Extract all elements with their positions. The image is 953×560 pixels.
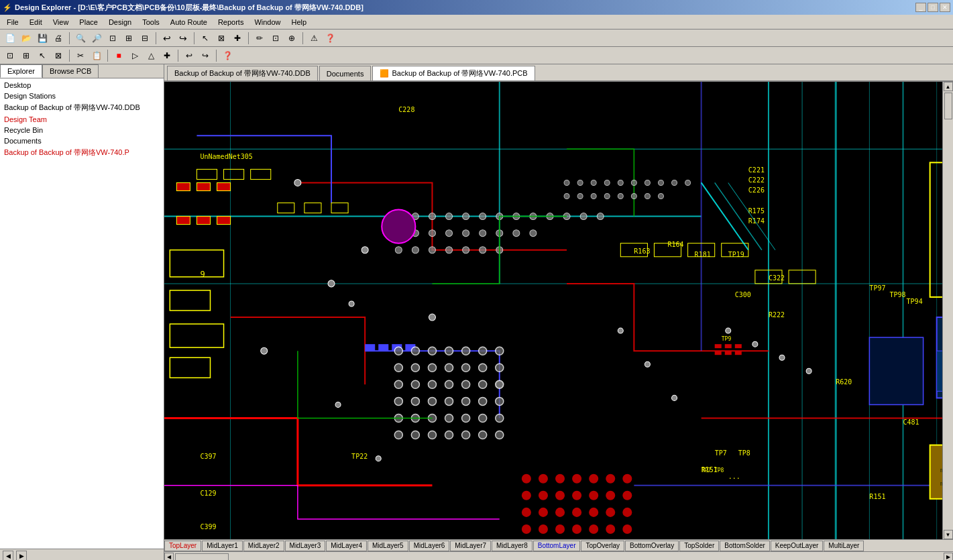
svg-text:TP9: TP9	[722, 336, 732, 342]
hscroll-thumb[interactable]	[175, 553, 229, 561]
select-button[interactable]: ↖	[198, 31, 213, 46]
layer-tab-midlayer8[interactable]: MidLayer8	[492, 541, 532, 551]
svg-point-47	[479, 347, 487, 355]
print-button[interactable]: 🖨	[51, 31, 66, 46]
menu-window[interactable]: Window	[249, 17, 286, 27]
menu-design[interactable]: Design	[103, 17, 137, 27]
sidebar-item-design-stations[interactable]: Design Stations	[1, 91, 162, 101]
tb2-btn3[interactable]: ↖	[35, 48, 50, 63]
menu-tools[interactable]: Tools	[137, 17, 165, 27]
layer-tab-midlayer2[interactable]: MidLayer2	[243, 541, 284, 551]
vertical-scrollbar[interactable]: ▲ ▼	[942, 82, 953, 539]
help-button[interactable]: ❓	[323, 31, 337, 46]
svg-point-194	[349, 301, 354, 306]
maximize-button[interactable]: □	[928, 3, 938, 12]
pcb-tab-ddb[interactable]: Backup of Backup of 带网络VW-740.DDB	[167, 66, 318, 80]
tb2-btn10[interactable]: ✚	[160, 48, 174, 63]
tab-explorer[interactable]: Explorer	[0, 64, 42, 78]
tb2-btn9[interactable]: △	[144, 48, 158, 63]
minimize-button[interactable]: _	[915, 3, 926, 12]
pcb-tab-pcb[interactable]: 🟧 Backup of Backup of 带网络VW-740.PCB	[372, 66, 535, 80]
scroll-down-button[interactable]: ▼	[944, 530, 953, 539]
menu-edit[interactable]: Edit	[24, 17, 48, 27]
zoom-fit-button[interactable]: ⊡	[105, 31, 120, 46]
sidebar-prev-button[interactable]: ◀	[3, 551, 13, 561]
sidebar-item-documents[interactable]: Documents	[1, 135, 162, 146]
open-button[interactable]: 📂	[19, 31, 34, 46]
tb2-btn1[interactable]: ⊡	[3, 48, 17, 63]
sidebar-next-button[interactable]: ▶	[16, 551, 27, 561]
tb2-btn2[interactable]: ⊞	[19, 48, 34, 63]
layer-tab-toplayer[interactable]: TopLayer	[164, 541, 201, 551]
layer-tab-bottomlayer[interactable]: BottomLayer	[533, 541, 581, 551]
menu-view[interactable]: View	[48, 17, 74, 27]
save-button[interactable]: 💾	[35, 31, 50, 46]
svg-point-61	[479, 380, 487, 388]
tb2-btn7[interactable]: ■	[111, 48, 126, 63]
layer-tab-midlayer7[interactable]: MidLayer7	[450, 541, 491, 551]
tb2-btn6[interactable]: 📋	[89, 48, 104, 63]
menu-reports[interactable]: Reports	[213, 17, 249, 27]
tb2-btn8[interactable]: ▷	[127, 48, 142, 63]
layer-tab-bottomoverlay[interactable]: BottomOverlay	[625, 541, 679, 551]
interactive-router[interactable]: ✏	[252, 31, 267, 46]
route-button[interactable]: ⊡	[268, 31, 283, 46]
scroll-right-button[interactable]: ▶	[944, 553, 953, 561]
tb2-redo[interactable]: ↪	[198, 48, 213, 63]
svg-text:TP97: TP97	[869, 284, 885, 292]
svg-text:TP22: TP22	[351, 453, 368, 460]
svg-point-134	[395, 247, 402, 254]
move-button[interactable]: ✚	[230, 31, 245, 46]
tab-browse-pcb[interactable]: Browse PCB	[42, 64, 99, 78]
svg-point-43	[411, 347, 419, 355]
layer-tab-keepout[interactable]: KeepOutLayer	[771, 541, 824, 551]
layer-tab-midlayer1[interactable]: MidLayer1	[202, 541, 243, 551]
layer-tab-bottomsolder[interactable]: BottomSolder	[720, 541, 770, 551]
sidebar-item-backup-pcb[interactable]: Backup of Backup of 带网络VW-740.P	[1, 146, 162, 159]
sidebar-item-design-team[interactable]: Design Team	[1, 114, 162, 125]
zoom-area-button[interactable]: ⊞	[121, 31, 136, 46]
pad-button[interactable]: ⊕	[284, 31, 299, 46]
layer-tab-midlayer4[interactable]: MidLayer4	[326, 541, 367, 551]
pcb-canvas[interactable]: UnNamedNet305 C228 C221 C222 C226 R175 R…	[164, 82, 942, 539]
layer-tab-topoverlay[interactable]: TopOverlay	[581, 541, 624, 551]
svg-point-220	[604, 193, 610, 199]
zoom-select-button[interactable]: ⊟	[137, 31, 152, 46]
deselect-button[interactable]: ⊠	[214, 31, 229, 46]
titlebar-controls[interactable]: _ □ ✕	[915, 3, 950, 12]
sidebar-item-backup-ddb[interactable]: Backup of Backup of 带网络VW-740.DDB	[1, 101, 162, 114]
svg-point-202	[779, 355, 785, 360]
layer-tab-midlayer6[interactable]: MidLayer6	[409, 541, 450, 551]
svg-point-214	[658, 180, 663, 185]
layer-tab-multilayer[interactable]: MultiLayer	[824, 541, 864, 551]
layer-tab-topsolder[interactable]: TopSolder	[679, 541, 719, 551]
sidebar-item-desktop[interactable]: Desktop	[1, 80, 162, 91]
svg-point-68	[479, 397, 487, 405]
svg-point-73	[445, 414, 453, 422]
close-button[interactable]: ✕	[940, 3, 950, 12]
tb2-btn4[interactable]: ⊠	[51, 48, 66, 63]
layer-tab-midlayer5[interactable]: MidLayer5	[368, 541, 408, 551]
scroll-left-button[interactable]: ◀	[164, 553, 174, 561]
menu-help[interactable]: Help	[286, 17, 313, 27]
scroll-up-button[interactable]: ▲	[944, 82, 953, 91]
zoom-out-button[interactable]: 🔎	[89, 31, 104, 46]
tb2-btn5[interactable]: ✂	[73, 48, 88, 63]
layer-tab-midlayer3[interactable]: MidLayer3	[285, 541, 326, 551]
new-button[interactable]: 📄	[3, 31, 17, 46]
undo-button[interactable]: ↩	[160, 31, 174, 46]
svg-point-208	[577, 180, 583, 185]
tb2-help[interactable]: ❓	[220, 48, 235, 63]
tb2-undo[interactable]: ↩	[182, 48, 197, 63]
menu-autoroute[interactable]: Auto Route	[165, 17, 213, 27]
pcb-tab-documents[interactable]: Documents	[319, 66, 372, 80]
menu-file[interactable]: File	[1, 17, 24, 27]
horizontal-scrollbar[interactable]: ◀ ▶	[164, 551, 953, 560]
zoom-in-button[interactable]: 🔍	[73, 31, 88, 46]
drc-button[interactable]: ⚠	[306, 31, 321, 46]
scroll-thumb[interactable]	[944, 93, 952, 119]
sidebar-item-recycle-bin[interactable]: Recycle Bin	[1, 125, 162, 135]
svg-point-82	[479, 431, 487, 439]
redo-button[interactable]: ↪	[176, 31, 190, 46]
menu-place[interactable]: Place	[74, 17, 103, 27]
